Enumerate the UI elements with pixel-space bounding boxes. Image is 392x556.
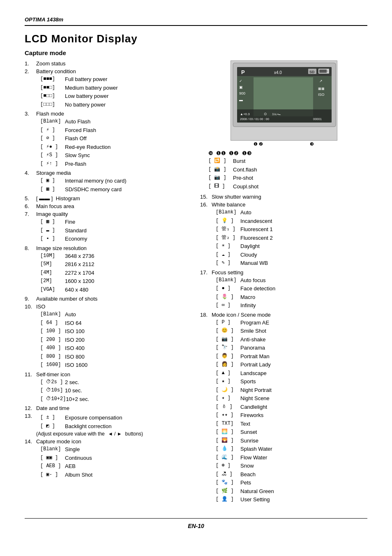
list-item: 6. Main focus area xyxy=(25,203,192,209)
list-item: 13. [ ± ]Exposure compensation [ ◩ ]Back… xyxy=(25,413,192,437)
list-item: [ 🌅 ]Sunset xyxy=(216,428,367,436)
list-item: 2. Battery condition [■■■]Full battery p… xyxy=(25,68,192,109)
list-item: [ ▲ ]Landscape xyxy=(216,369,367,378)
svg-text:00001: 00001 xyxy=(313,117,322,121)
list-item: [ 👩 ]Portrait Lady xyxy=(216,361,367,369)
list-item: [ ▬ ]Standard xyxy=(40,227,192,235)
svg-text:900: 900 xyxy=(239,91,245,95)
list-item: [VGA]640 x 480 xyxy=(40,286,192,294)
list-item: 10. ISO [Blank]Auto [ 64 ]ISO 64 [ 100 ]… xyxy=(25,303,192,370)
list-item: [ ⚡● ]Red-eye Reduction xyxy=(40,143,192,151)
camera-diagram-container: P x4.0 SD ✓ ▣ 900 ▬ ↗ ▦▦ ISO xyxy=(200,60,367,147)
list-item: [□□□]No battery power xyxy=(40,101,192,109)
list-item: [ 400 ]ISO 400 xyxy=(40,344,192,352)
list-item: [■■■]Full battery power xyxy=(40,75,192,83)
list-item: [ 🌿 ]Natural Green xyxy=(216,487,367,496)
list-item: [■□□]Low battery power xyxy=(40,92,192,100)
list-item: [ AEB ]AEB xyxy=(40,462,192,470)
list-item: [ 📷 ]Anti-shake xyxy=(216,336,367,344)
list-item: 15. Slow shutter warning xyxy=(200,194,367,200)
list-item: [Blank]Auto focus xyxy=(216,276,367,285)
list-item: [Blank]Auto Flash xyxy=(40,118,192,126)
list-item: [ 🔭 ]Panorama xyxy=(216,344,367,352)
list-item: [ ⏱10s]10 sec. xyxy=(40,387,192,395)
list-item: [Blank]Auto xyxy=(40,310,192,319)
svg-text:x4.0: x4.0 xyxy=(274,70,282,75)
list-item: [ 100 ]ISO 100 xyxy=(40,327,192,336)
list-item: [Blank]Auto xyxy=(216,208,367,217)
list-item: [ 64 ]ISO 64 xyxy=(40,319,192,327)
list-item: [■■□]Medium battery power xyxy=(40,84,192,92)
list-item: [ 800 ]ISO 800 xyxy=(40,353,192,361)
diagram-annotations-top: ❶ ❷ ❸ xyxy=(231,141,337,147)
right-column: P x4.0 SD ✓ ▣ 900 ▬ ↗ ▦▦ ISO xyxy=(200,60,367,506)
list-item: [ P ]Program AE xyxy=(216,319,367,327)
list-item: [ ⊘ ]Flash Off xyxy=(40,134,192,143)
list-item: [ 😊 ]Smile Shot xyxy=(216,327,367,335)
svg-text:▣: ▣ xyxy=(239,85,243,89)
list-item: [ 📷 ]Pre-shot xyxy=(208,174,367,182)
list-item: [Blank]Single xyxy=(40,445,192,454)
list-item: [ ☁ ]Cloudy xyxy=(216,251,367,259)
svg-rect-8 xyxy=(319,70,327,73)
list-item: [ 🔁 ]Burst xyxy=(208,157,367,165)
list-item: 11. Self-timer icon [ ⏱2s ]2 sec. [ ⏱10s… xyxy=(25,371,192,404)
list-item: 3. Flash mode [Blank]Auto Flash [ ⚡ ]For… xyxy=(25,111,192,168)
svg-text:↗: ↗ xyxy=(319,79,323,83)
page-footer: EN-10 xyxy=(25,518,367,529)
list-item: [ 🌄 ]Sunrise xyxy=(216,437,367,445)
list-item: [ 管₁ ]Fluorescent 1 xyxy=(216,225,367,234)
list-item: [5M]2816 x 2112 xyxy=(40,260,192,269)
natural-green-label: Natural Green xyxy=(240,487,274,496)
burst-section: ❿ ❶❶ ❶❷ ❶❸ [ 🔁 ]Burst [ 📸 ]Cont.flash [ … xyxy=(208,150,367,190)
list-item: [ 👤 ]User Setting xyxy=(216,496,367,504)
list-item: [ ∞ ]Infinity xyxy=(216,301,367,310)
list-item: [ ▣ ]Internal memory (no card) xyxy=(40,177,192,185)
list-item: [4M]2272 x 1704 xyxy=(40,269,192,277)
list-item: 5. [ ▬▬ ] Histogram xyxy=(25,195,192,202)
list-item: [ ✦✦ ]Fireworks xyxy=(216,411,367,419)
list-item: [ ▪ ]Economy xyxy=(40,235,192,243)
svg-text:1¼  ▪︎ₘ: 1¼ ▪︎ₘ xyxy=(272,112,281,116)
svg-text:⊙: ⊙ xyxy=(264,112,267,116)
list-item: [ ⏱10+2]10+2 sec. xyxy=(40,395,192,403)
svg-rect-2 xyxy=(237,67,332,76)
list-item: [ TXT]Text xyxy=(216,420,367,428)
list-item: [ ⚡S ]Slow Sync xyxy=(40,151,192,160)
list-item: 17. Focus setting [Blank]Auto focus [ ● … xyxy=(200,269,367,310)
list-item: 4. Storage media [ ▣ ]Internal memory (n… xyxy=(25,170,192,194)
list-item: [ ± ]Exposure compensation xyxy=(40,414,192,422)
list-item: [ 📸 ]Cont.flash xyxy=(208,166,367,174)
list-item: [ ☀ ]Daylight xyxy=(216,242,367,250)
list-item: 14. Capture mode icon [Blank]Single [ ▣▣… xyxy=(25,438,192,479)
list-item: 1. Zoom status xyxy=(25,60,192,67)
list-item: [ ▣- ]Album Shot xyxy=(40,471,192,479)
svg-rect-9 xyxy=(327,70,328,72)
list-item: [ ⏱2s ]2 sec. xyxy=(40,378,192,387)
list-item: [ 🏖 ]Beach xyxy=(216,470,367,479)
list-item: [10M]3648 x 2736 xyxy=(40,252,192,260)
list-item: 18. Mode icon / Scene mode [ P ]Program … xyxy=(200,312,367,504)
svg-text:▬: ▬ xyxy=(239,98,243,102)
left-column: 1. Zoom status 2. Battery condition [■■■… xyxy=(25,60,192,481)
list-item: 9. Available number of shots xyxy=(25,296,192,302)
brand-header: OPTIMA 1438m xyxy=(25,16,367,26)
list-item: [ ● ]Face detection xyxy=(216,285,367,293)
list-item: [ 🌷 ]Macro xyxy=(216,293,367,301)
list-item: [ ✎ ]Manual WB xyxy=(216,259,367,267)
list-item: [ 💧 ]Splash Water xyxy=(216,445,367,453)
list-item: [ ▦ ]SD/SDHC memory card xyxy=(40,185,192,194)
list-item: [ ❄ ]Snow xyxy=(216,462,367,470)
list-item: [ 👨 ]Portrait Man xyxy=(216,352,367,361)
page-title: LCD Monitor Display xyxy=(25,32,367,45)
list-item: [ 🕯 ]Candlelight xyxy=(216,403,367,411)
svg-text:▦▦: ▦▦ xyxy=(318,87,325,90)
smile-shot-label: Smile Shot xyxy=(240,327,266,335)
svg-text:2008 / 03 / 01  00 : 00: 2008 / 03 / 01 00 : 00 xyxy=(240,117,269,121)
list-item: [ ⚡ ]Forced Flash xyxy=(40,126,192,134)
camera-diagram: P x4.0 SD ✓ ▣ 900 ▬ ↗ ▦▦ ISO xyxy=(231,60,337,141)
list-item: [ 🐾 ]Pets xyxy=(216,479,367,487)
list-item: 8. Image size resolution [10M]3648 x 273… xyxy=(25,245,192,294)
list-item: [ ✦ ]Night Scene xyxy=(216,394,367,403)
list-item: [2M]1600 x 1200 xyxy=(40,277,192,285)
